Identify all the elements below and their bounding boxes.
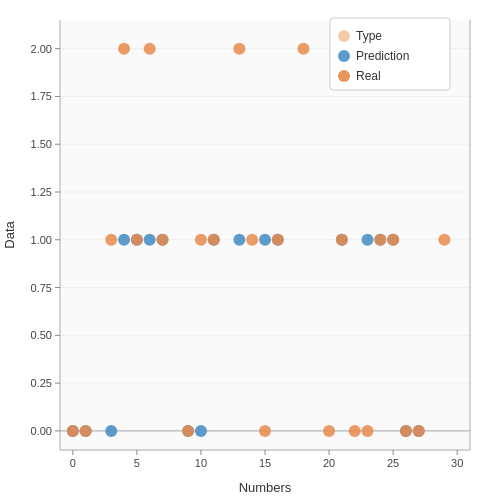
svg-point-76 [195, 234, 207, 246]
scatter-plot: 0510152025300.000.250.500.751.001.251.50… [0, 0, 500, 500]
svg-point-71 [118, 43, 130, 55]
svg-text:20: 20 [323, 457, 335, 469]
svg-point-79 [246, 234, 258, 246]
svg-point-70 [105, 234, 117, 246]
svg-text:Type: Type [356, 29, 382, 43]
svg-point-87 [374, 234, 386, 246]
svg-text:1.50: 1.50 [31, 138, 52, 150]
svg-point-51 [105, 425, 117, 437]
svg-text:Prediction: Prediction [356, 49, 409, 63]
svg-text:0: 0 [70, 457, 76, 469]
svg-text:Numbers: Numbers [239, 480, 292, 495]
svg-point-54 [144, 234, 156, 246]
svg-point-86 [362, 425, 374, 437]
svg-point-85 [349, 425, 361, 437]
svg-point-83 [323, 425, 335, 437]
svg-text:15: 15 [259, 457, 271, 469]
svg-point-73 [144, 43, 156, 55]
svg-point-59 [233, 234, 245, 246]
svg-point-69 [80, 425, 92, 437]
svg-point-68 [67, 425, 79, 437]
svg-text:0.00: 0.00 [31, 425, 52, 437]
svg-text:1.25: 1.25 [31, 186, 52, 198]
svg-point-84 [336, 234, 348, 246]
svg-text:0.25: 0.25 [31, 377, 52, 389]
svg-point-78 [233, 43, 245, 55]
svg-point-74 [157, 234, 169, 246]
svg-point-91 [438, 234, 450, 246]
svg-text:0.75: 0.75 [31, 282, 52, 294]
svg-point-60 [259, 234, 271, 246]
svg-point-97 [338, 70, 350, 82]
svg-point-81 [272, 234, 284, 246]
svg-point-77 [208, 234, 220, 246]
svg-text:30: 30 [451, 457, 463, 469]
svg-point-72 [131, 234, 143, 246]
svg-point-95 [338, 50, 350, 62]
svg-text:10: 10 [195, 457, 207, 469]
svg-point-90 [413, 425, 425, 437]
svg-point-57 [195, 425, 207, 437]
svg-point-82 [297, 43, 309, 55]
svg-point-75 [182, 425, 194, 437]
svg-text:0.50: 0.50 [31, 329, 52, 341]
svg-point-63 [362, 234, 374, 246]
svg-point-52 [118, 234, 130, 246]
svg-text:1.00: 1.00 [31, 234, 52, 246]
svg-point-89 [400, 425, 412, 437]
svg-text:1.75: 1.75 [31, 90, 52, 102]
svg-text:2.00: 2.00 [31, 43, 52, 55]
svg-text:Data: Data [2, 221, 17, 249]
chart-container: 0510152025300.000.250.500.751.001.251.50… [0, 0, 500, 500]
svg-text:Real: Real [356, 69, 381, 83]
svg-text:25: 25 [387, 457, 399, 469]
svg-text:5: 5 [134, 457, 140, 469]
svg-point-88 [387, 234, 399, 246]
svg-point-80 [259, 425, 271, 437]
svg-point-93 [338, 30, 350, 42]
